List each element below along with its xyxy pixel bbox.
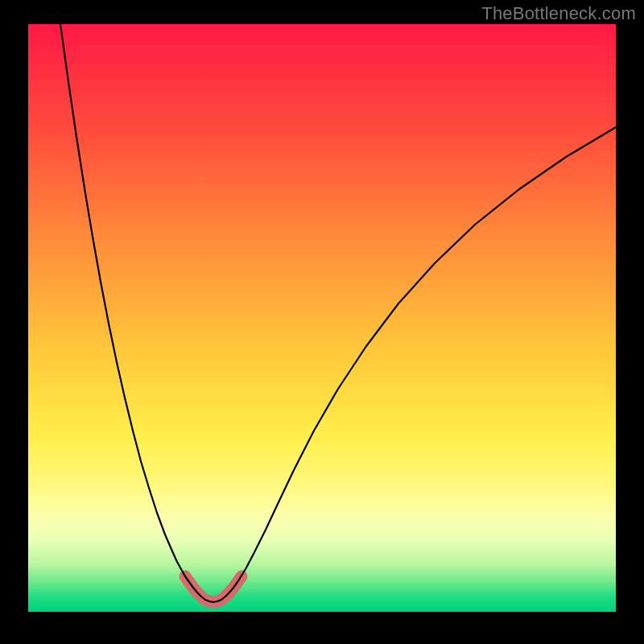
chart-frame: TheBottleneck.com	[0, 0, 644, 644]
curve-layer	[28, 24, 616, 612]
bottleneck-curve	[60, 24, 616, 602]
plot-area	[28, 24, 616, 612]
watermark-text: TheBottleneck.com	[481, 3, 636, 24]
